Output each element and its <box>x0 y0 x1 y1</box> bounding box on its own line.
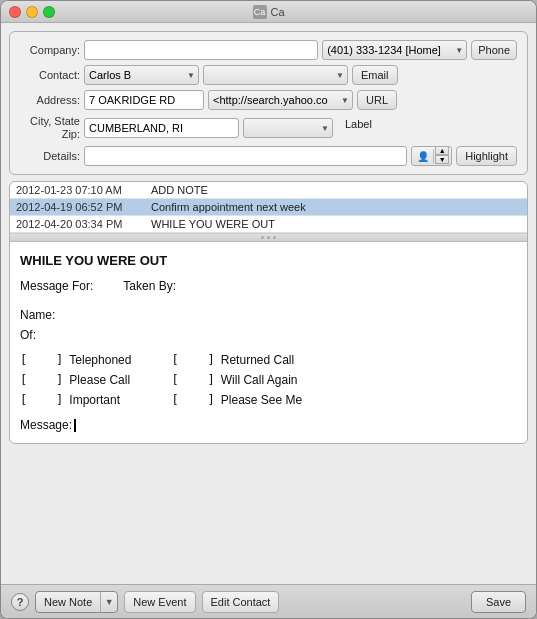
person-icon-button[interactable]: 👤 <box>414 148 432 164</box>
check-telephoned-label: Telephoned <box>69 350 131 370</box>
details-input[interactable] <box>84 146 407 166</box>
resize-dot-3 <box>273 236 276 239</box>
note-text-1: ADD NOTE <box>145 182 527 199</box>
check-please-call: [ ] Please Call <box>20 370 131 390</box>
zip-select[interactable] <box>243 118 333 138</box>
phone-select[interactable]: (401) 333-1234 [Home] <box>322 40 467 60</box>
check-important-label: Important <box>69 390 120 410</box>
check-bracket-4: [ ] <box>171 350 214 370</box>
cityzip-row: City, StateZip: ▼ Label <box>20 115 517 141</box>
message-row: Message: <box>20 415 517 435</box>
note-content-title: WHILE YOU WERE OUT <box>20 250 517 272</box>
company-input[interactable] <box>84 40 318 60</box>
window-icon: Ca <box>252 5 266 19</box>
contact-row: Contact: Carlos B ▼ ▼ Email <box>20 65 517 85</box>
checks-right: [ ] Returned Call [ ] Will Call Again [ … <box>171 350 302 411</box>
address-row: Address: <http://search.yahoo.co ▼ URL <box>20 90 517 110</box>
details-icon-group: 👤 ▲ ▼ <box>411 146 452 166</box>
details-label: Details: <box>20 150 80 162</box>
details-row: Details: 👤 ▲ ▼ Highlight <box>20 146 517 166</box>
company-row: Company: (401) 333-1234 [Home] ▼ Phone <box>20 40 517 60</box>
name-row: Name: <box>20 305 517 325</box>
notes-section: 2012-01-23 07:10 AM ADD NOTE 2012-04-19 … <box>9 181 528 444</box>
note-text-2: Confirm appointment next week <box>145 199 527 216</box>
email-select-wrapper: ▼ <box>203 65 348 85</box>
email-select[interactable] <box>203 65 348 85</box>
titlebar: Ca Ca <box>1 1 536 23</box>
contact-form: Company: (401) 333-1234 [Home] ▼ Phone C… <box>9 31 528 175</box>
url-select[interactable]: <http://search.yahoo.co <box>208 90 353 110</box>
url-button[interactable]: URL <box>357 90 397 110</box>
cityzip-label: City, StateZip: <box>20 115 80 141</box>
check-please-call-label: Please Call <box>69 370 130 390</box>
toolbar-left: ? New Note ▼ New Event Edit Contact <box>11 591 279 613</box>
check-bracket-5: [ ] <box>171 370 214 390</box>
check-bracket-3: [ ] <box>20 390 63 410</box>
main-window: Ca Ca Company: (401) 333-1234 [Home] ▼ P… <box>0 0 537 619</box>
checkboxes-area: [ ] Telephoned [ ] Please Call [ ] Impor… <box>20 350 517 411</box>
check-important: [ ] Important <box>20 390 131 410</box>
name-label: Name: <box>20 308 55 322</box>
phone-select-wrapper: (401) 333-1234 [Home] ▼ <box>322 40 467 60</box>
new-note-split-button: New Note ▼ <box>35 591 118 613</box>
contact-select[interactable]: Carlos B <box>84 65 199 85</box>
new-note-button[interactable]: New Note <box>36 592 101 612</box>
note-row-2[interactable]: 2012-04-19 06:52 PM Confirm appointment … <box>10 199 527 216</box>
note-date-3: 2012-04-20 03:34 PM <box>10 216 145 233</box>
check-bracket-6: [ ] <box>171 390 214 410</box>
bottom-toolbar: ? New Note ▼ New Event Edit Contact Save <box>1 584 536 618</box>
contact-label: Contact: <box>20 69 80 81</box>
of-row: Of: <box>20 325 517 345</box>
maximize-button[interactable] <box>43 6 55 18</box>
new-note-arrow-button[interactable]: ▼ <box>101 592 117 612</box>
check-returned-call: [ ] Returned Call <box>171 350 302 370</box>
minimize-button[interactable] <box>26 6 38 18</box>
check-please-see-me: [ ] Please See Me <box>171 390 302 410</box>
notes-list: 2012-01-23 07:10 AM ADD NOTE 2012-04-19 … <box>10 182 527 234</box>
message-label: Message: <box>20 415 72 435</box>
note-content-area[interactable]: WHILE YOU WERE OUT Message For: Taken By… <box>10 242 527 443</box>
save-button[interactable]: Save <box>471 591 526 613</box>
check-bracket-2: [ ] <box>20 370 63 390</box>
address-input[interactable] <box>84 90 204 110</box>
zip-select-wrapper: ▼ <box>243 118 333 138</box>
new-event-button[interactable]: New Event <box>124 591 195 613</box>
note-content-header-line: Message For: Taken By: <box>20 276 517 296</box>
city-input[interactable] <box>84 118 239 138</box>
resize-dot-2 <box>267 236 270 239</box>
check-will-call-again-label: Will Call Again <box>221 370 298 390</box>
taken-by-label: Taken By: <box>123 276 176 296</box>
main-content: Company: (401) 333-1234 [Home] ▼ Phone C… <box>1 23 536 584</box>
note-date-1: 2012-01-23 07:10 AM <box>10 182 145 199</box>
stepper-up-button[interactable]: ▲ <box>435 146 449 155</box>
email-button[interactable]: Email <box>352 65 398 85</box>
details-stepper: ▲ ▼ <box>435 146 449 166</box>
label-text: Label <box>337 118 380 138</box>
close-button[interactable] <box>9 6 21 18</box>
note-text-3: WHILE YOU WERE OUT <box>145 216 527 233</box>
resize-dots <box>261 236 276 239</box>
highlight-button[interactable]: Highlight <box>456 146 517 166</box>
help-button[interactable]: ? <box>11 593 29 611</box>
window-title: Ca <box>270 6 284 18</box>
of-label: Of: <box>20 328 36 342</box>
note-row-3[interactable]: 2012-04-20 03:34 PM WHILE YOU WERE OUT <box>10 216 527 233</box>
traffic-lights <box>9 6 55 18</box>
resize-dot-1 <box>261 236 264 239</box>
url-select-wrapper: <http://search.yahoo.co ▼ <box>208 90 353 110</box>
phone-button[interactable]: Phone <box>471 40 517 60</box>
resize-handle[interactable] <box>10 234 527 242</box>
window-title-area: Ca Ca <box>252 5 284 19</box>
stepper-down-button[interactable]: ▼ <box>435 155 449 164</box>
check-bracket-1: [ ] <box>20 350 63 370</box>
check-will-call-again: [ ] Will Call Again <box>171 370 302 390</box>
check-returned-call-label: Returned Call <box>221 350 294 370</box>
address-label: Address: <box>20 94 80 106</box>
message-for-label: Message For: <box>20 276 93 296</box>
contact-select-wrapper: Carlos B ▼ <box>84 65 199 85</box>
edit-contact-button[interactable]: Edit Contact <box>202 591 280 613</box>
note-date-2: 2012-04-19 06:52 PM <box>10 199 145 216</box>
note-row-1[interactable]: 2012-01-23 07:10 AM ADD NOTE <box>10 182 527 199</box>
notes-table: 2012-01-23 07:10 AM ADD NOTE 2012-04-19 … <box>10 182 527 233</box>
checks-left: [ ] Telephoned [ ] Please Call [ ] Impor… <box>20 350 131 411</box>
